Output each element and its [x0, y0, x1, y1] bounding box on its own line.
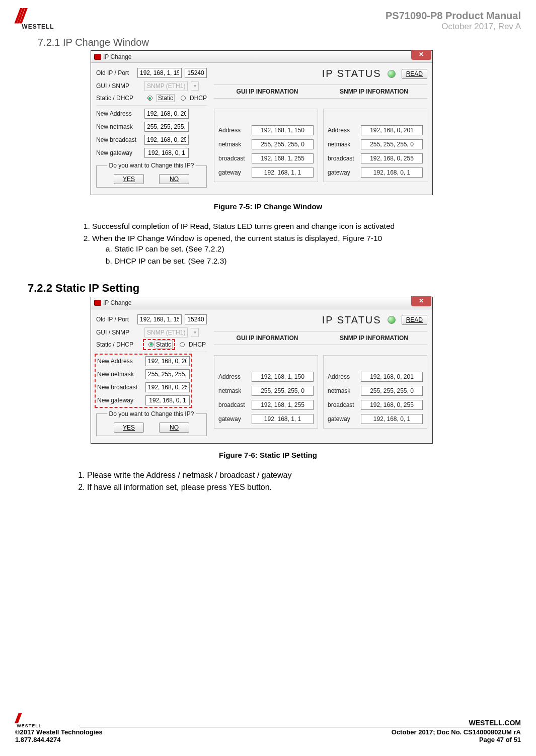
body2-item2: If have all information set, please pres…: [87, 481, 521, 493]
gui-gateway-value-2: 192, 168, 1, 1: [252, 414, 314, 424]
snmp-address-value-2: 192, 168, 0, 201: [361, 372, 423, 382]
new-gateway-input[interactable]: [144, 148, 189, 158]
confirm-fieldset-2: Do you want to Change this IP? YES NO: [96, 410, 207, 436]
footer-website: WESTELL.COM: [42, 719, 521, 727]
confirm-question-2: Do you want to Change this IP?: [107, 410, 196, 417]
body-text-722: Please write the Address / netmask / bro…: [73, 469, 521, 493]
logo-swoosh-icon: ///: [15, 10, 23, 22]
new-address-label-2: New Address: [97, 358, 142, 365]
close-icon-2[interactable]: ✕: [411, 296, 431, 306]
old-ip-input[interactable]: [137, 68, 182, 78]
gui-snmp-select-2[interactable]: SNMP (ETH1): [144, 327, 188, 338]
yes-button[interactable]: YES: [114, 174, 144, 184]
new-broadcast-input[interactable]: [144, 135, 189, 145]
section-721-heading: 7.2.1 IP Change Window: [38, 37, 521, 48]
figure-75-caption: Figure 7-5: IP Change Window: [15, 202, 521, 211]
new-gateway-input-2[interactable]: [145, 395, 190, 405]
status-led-icon: [388, 70, 396, 78]
header-right: PS71090-P8 Product Manual October 2017, …: [386, 10, 521, 32]
new-address-input-2[interactable]: [145, 356, 190, 366]
gui-netmask-value: 255, 255, 255, 0: [252, 139, 314, 149]
read-button-2[interactable]: READ: [402, 315, 427, 325]
footer-copyright: ©2017 Westell Technologies: [15, 728, 103, 736]
gui-info-box: Address192, 168, 1, 150 netmask255, 255,…: [214, 109, 318, 182]
close-icon[interactable]: ✕: [411, 50, 431, 60]
confirm-fieldset: Do you want to Change this IP? YES NO: [96, 162, 207, 188]
yes-button-2[interactable]: YES: [114, 423, 144, 433]
page-footer: /// WESTELL WESTELL.COM ©2017 Westell Te…: [15, 714, 521, 744]
new-netmask-input-2[interactable]: [145, 369, 190, 379]
status-led-icon-2: [388, 316, 396, 324]
no-button-2[interactable]: NO: [159, 423, 189, 433]
snmp-info-box: Address192, 168, 0, 201 netmask255, 255,…: [323, 109, 427, 182]
new-netmask-input[interactable]: [144, 122, 189, 132]
old-port-input-2[interactable]: [185, 314, 207, 324]
snmp-address-label: Address: [328, 127, 358, 134]
snmp-address-value: 192, 168, 0, 201: [361, 125, 423, 135]
static-dhcp-label-2: Static / DHCP: [96, 341, 141, 348]
body1-item2a: Static IP can be set. (See 7.2.2): [114, 243, 491, 255]
gui-broadcast-value: 192, 168, 1, 255: [252, 153, 314, 163]
manual-title: PS71090-P8 Product Manual: [386, 10, 521, 22]
snmp-netmask-label-2: netmask: [328, 387, 358, 394]
new-broadcast-input-2[interactable]: [145, 382, 190, 392]
dhcp-radio[interactable]: [181, 96, 186, 101]
app-icon: [94, 54, 101, 60]
static-dhcp-label: Static / DHCP: [96, 95, 141, 102]
window-title-2: IP Change: [103, 299, 132, 306]
gui-netmask-label-2: netmask: [218, 387, 249, 394]
new-gateway-label: New gateway: [96, 149, 141, 156]
body-text-721: Successful completion of IP Read, Status…: [78, 221, 491, 267]
window-title-bar: IP Change ✕: [91, 51, 432, 63]
manual-date: October 2017, Rev A: [386, 22, 521, 32]
old-port-input[interactable]: [185, 68, 207, 78]
gui-address-value-2: 192, 168, 1, 150: [252, 372, 314, 382]
static-option-label: Static: [157, 94, 175, 102]
dhcp-option-label: DHCP: [190, 95, 207, 102]
figure-76-caption: Figure 7-6: Static IP Setting: [15, 451, 521, 459]
footer-phone: 1.877.844.4274: [15, 736, 103, 744]
gui-address-value: 192, 168, 1, 150: [252, 125, 314, 135]
old-ip-port-label-2: Old IP / Port: [96, 316, 134, 323]
page-header: /// WESTELL PS71090-P8 Product Manual Oc…: [15, 10, 521, 32]
gui-broadcast-label: broadcast: [218, 155, 249, 162]
new-broadcast-label: New broadcast: [96, 136, 141, 143]
window-title: IP Change: [103, 53, 132, 60]
dhcp-option-label-2: DHCP: [189, 341, 206, 348]
gui-gateway-value: 192, 168, 1, 1: [252, 167, 314, 178]
gui-netmask-label: netmask: [218, 141, 249, 148]
snmp-netmask-value-2: 255, 255, 255, 0: [361, 386, 423, 396]
ip-status-label: IP STATUS: [322, 68, 381, 79]
snmp-gateway-label: gateway: [328, 169, 358, 176]
gui-address-label: Address: [218, 127, 249, 134]
gui-broadcast-value-2: 192, 168, 1, 255: [252, 400, 314, 410]
new-gateway-label-2: New gateway: [97, 397, 142, 404]
body2-item1: Please write the Address / netmask / bro…: [87, 469, 521, 481]
gui-snmp-select[interactable]: SNMP (ETH1): [144, 81, 188, 91]
dhcp-radio-2[interactable]: [180, 342, 185, 347]
snmp-gateway-label-2: gateway: [328, 415, 358, 423]
footer-docno: October 2017; Doc No. CS14000802UM rA: [392, 728, 521, 736]
static-option-label-2: Static: [155, 341, 173, 349]
logo-brand-text: WESTELL: [22, 23, 54, 30]
new-address-input[interactable]: [144, 109, 189, 119]
snmp-netmask-label: netmask: [328, 141, 358, 148]
body1-item2: When the IP Change Window is opened, the…: [92, 234, 382, 242]
no-button[interactable]: NO: [159, 174, 189, 184]
chevron-down-icon-2[interactable]: ▾: [191, 328, 199, 337]
old-ip-port-label: Old IP / Port: [96, 69, 134, 76]
gui-info-box-2: Address192, 168, 1, 150 netmask255, 255,…: [214, 355, 318, 429]
gui-info-header-2: GUI IP INFORMATION: [214, 334, 321, 342]
old-ip-input-2[interactable]: [137, 314, 182, 324]
ip-change-window-fig2: IP Change ✕ Old IP / Port GUI / SNMP SNM…: [91, 297, 433, 444]
new-netmask-label: New netmask: [96, 123, 141, 130]
static-radio[interactable]: [147, 96, 152, 101]
read-button[interactable]: READ: [402, 69, 427, 79]
snmp-netmask-value: 255, 255, 255, 0: [361, 139, 423, 149]
gui-gateway-label-2: gateway: [218, 415, 249, 423]
westell-logo: /// WESTELL: [15, 10, 54, 30]
chevron-down-icon[interactable]: ▾: [191, 81, 199, 91]
static-radio-2[interactable]: [148, 342, 154, 347]
gui-broadcast-label-2: broadcast: [218, 401, 249, 408]
footer-logo: /// WESTELL: [15, 714, 42, 728]
